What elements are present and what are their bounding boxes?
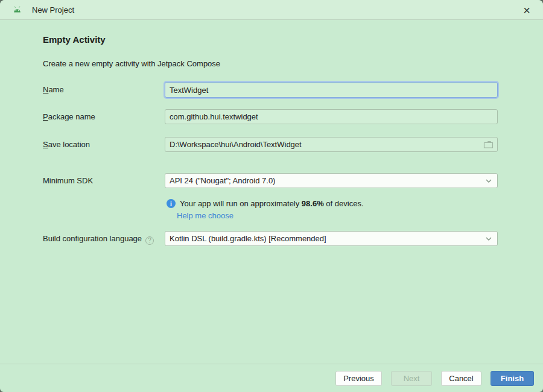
titlebar: New Project × bbox=[0, 0, 543, 20]
help-question-icon[interactable]: ? bbox=[145, 236, 154, 245]
sdk-info-percent: 98.6% bbox=[302, 199, 324, 208]
sdk-info-note: i Your app will run on approximately 98.… bbox=[167, 199, 364, 208]
finish-button[interactable]: Finish bbox=[491, 371, 534, 386]
cancel-button[interactable]: Cancel bbox=[441, 371, 481, 386]
folder-browse-icon[interactable] bbox=[483, 141, 494, 149]
info-icon: i bbox=[167, 199, 176, 208]
page-subtitle: Create a new empty activity with Jetpack… bbox=[43, 59, 220, 68]
name-input[interactable] bbox=[165, 83, 497, 97]
sdk-info-suffix: of devices. bbox=[324, 199, 364, 208]
build-config-label: Build configuration language? bbox=[43, 234, 154, 245]
chevron-down-icon bbox=[485, 236, 492, 241]
name-label: Name bbox=[43, 85, 64, 94]
package-name-label: Package name bbox=[43, 112, 95, 121]
save-location-label: Save location bbox=[43, 140, 90, 149]
build-config-value: Kotlin DSL (build.gradle.kts) [Recommend… bbox=[165, 234, 485, 243]
save-location-input[interactable] bbox=[165, 138, 483, 151]
save-location-field-wrap bbox=[165, 137, 498, 152]
footer-separator bbox=[0, 364, 543, 364]
sdk-info-prefix: Your app will run on approximately bbox=[180, 199, 302, 208]
minimum-sdk-combobox[interactable]: API 24 ("Nougat"; Android 7.0) bbox=[165, 173, 498, 188]
new-project-dialog: New Project × Empty Activity Create a ne… bbox=[0, 0, 543, 392]
close-button[interactable]: × bbox=[518, 2, 535, 19]
chevron-down-icon bbox=[485, 179, 492, 183]
build-config-label-text: Build configuration language bbox=[43, 234, 142, 243]
name-field-wrap bbox=[165, 82, 498, 98]
minimum-sdk-value: API 24 ("Nougat"; Android 7.0) bbox=[165, 176, 485, 185]
build-config-combobox[interactable]: Kotlin DSL (build.gradle.kts) [Recommend… bbox=[165, 231, 498, 246]
window-title: New Project bbox=[32, 5, 74, 14]
package-field-wrap bbox=[165, 109, 498, 124]
sdk-info-text: Your app will run on approximately 98.6%… bbox=[180, 199, 364, 208]
help-me-choose-link[interactable]: Help me choose bbox=[177, 211, 233, 220]
android-icon bbox=[13, 6, 22, 13]
minimum-sdk-label: Minimum SDK bbox=[43, 176, 93, 185]
package-name-input[interactable] bbox=[165, 110, 497, 124]
next-button: Next bbox=[391, 371, 432, 386]
page-title: Empty Activity bbox=[43, 34, 106, 45]
previous-button[interactable]: Previous bbox=[335, 371, 382, 386]
